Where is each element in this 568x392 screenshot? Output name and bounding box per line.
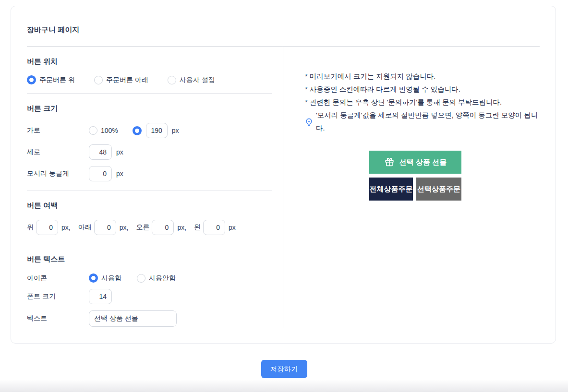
radio-label: 사용함 bbox=[101, 274, 121, 283]
width-label: 가로 bbox=[27, 126, 89, 135]
section-heading-button-size: 버튼 크기 bbox=[27, 104, 283, 113]
content-columns: 버튼 위치 주문버튼 위 주문버튼 아래 사용자 설정 버튼 크기 bbox=[27, 47, 540, 328]
margin-bottom-input[interactable] bbox=[94, 220, 116, 235]
radio-unchecked-icon bbox=[137, 274, 145, 283]
margin-top-input[interactable] bbox=[36, 220, 58, 235]
icon-row: 아이콘 사용함 사용안함 bbox=[27, 273, 283, 283]
font-size-input[interactable] bbox=[89, 289, 112, 304]
margin-left-input[interactable] bbox=[203, 220, 225, 235]
section-heading-button-text: 버튼 텍스트 bbox=[27, 255, 283, 264]
radius-input[interactable] bbox=[89, 166, 112, 181]
lightbulb-icon bbox=[305, 118, 313, 126]
radio-checked-icon bbox=[89, 273, 98, 283]
margin-top-unit: px, bbox=[61, 224, 71, 231]
button-text-label: 텍스트 bbox=[27, 314, 89, 323]
margin-left-unit: px bbox=[229, 224, 236, 231]
height-input[interactable] bbox=[89, 144, 112, 160]
settings-form: 버튼 위치 주문버튼 위 주문버튼 아래 사용자 설정 버튼 크기 bbox=[27, 47, 283, 328]
radius-label: 모서리 둥글게 bbox=[27, 169, 89, 178]
radio-unchecked-icon bbox=[168, 76, 176, 84]
radio-position-custom[interactable]: 사용자 설정 bbox=[168, 76, 215, 84]
radio-icon-use[interactable]: 사용함 bbox=[89, 273, 121, 283]
section-heading-button-position: 버튼 위치 bbox=[27, 57, 283, 66]
preview-note: * 사용중인 스킨에따라 다르게 반영될 수 있습니다. bbox=[305, 83, 540, 96]
radius-row: 모서리 둥글게 px bbox=[27, 166, 283, 181]
preview-panel: * 미리보기에서 크기는 지원되지 않습니다. * 사용중인 스킨에따라 다르게… bbox=[283, 47, 540, 201]
margin-right-label: 오른 bbox=[136, 223, 149, 232]
icon-label: 아이콘 bbox=[27, 274, 89, 283]
margin-left-label: 왼 bbox=[194, 223, 201, 232]
button-preview: 선택 상품 선물 전체상품주문 선택상품주문 bbox=[369, 151, 461, 201]
height-label: 세로 bbox=[27, 148, 89, 156]
section-divider bbox=[27, 190, 272, 190]
radio-width-px[interactable] bbox=[133, 126, 142, 135]
margin-bottom-unit: px, bbox=[120, 224, 129, 231]
radio-label: 주문버튼 위 bbox=[39, 76, 75, 84]
radio-checked-icon bbox=[27, 75, 36, 84]
save-button[interactable]: 저장하기 bbox=[261, 360, 307, 378]
margin-bottom-label: 아래 bbox=[78, 223, 92, 232]
radio-label: 주문버튼 아래 bbox=[106, 76, 148, 84]
radio-position-above[interactable]: 주문버튼 위 bbox=[27, 75, 75, 84]
button-text-row: 텍스트 bbox=[27, 310, 283, 327]
radio-label: 100% bbox=[101, 127, 118, 134]
margin-row: 위 px, 아래 px, 오른 px, 왼 px bbox=[27, 220, 283, 235]
radio-width-100-percent[interactable]: 100% bbox=[89, 126, 118, 135]
radio-label: 사용안함 bbox=[149, 274, 176, 283]
preview-note: * 미리보기에서 크기는 지원되지 않습니다. bbox=[305, 70, 540, 83]
radio-icon-no-use[interactable]: 사용안함 bbox=[137, 274, 176, 283]
margin-top-label: 위 bbox=[27, 223, 34, 232]
font-size-label: 폰트 크기 bbox=[27, 292, 89, 301]
width-unit: px bbox=[172, 127, 179, 134]
radio-position-below[interactable]: 주문버튼 아래 bbox=[94, 76, 148, 84]
preview-tip-row: '모서리 둥글게'값을 세로의 절반만큼 넣으면, 양쪽이 동그란 모양이 됩니… bbox=[305, 109, 540, 135]
bottom-fade bbox=[0, 380, 568, 392]
width-controls: 100% px bbox=[89, 123, 179, 138]
radius-unit: px bbox=[116, 170, 123, 178]
height-unit: px bbox=[116, 148, 123, 156]
radio-label: 사용자 설정 bbox=[180, 76, 215, 84]
settings-card: 장바구니 페이지 버튼 위치 주문버튼 위 주문버튼 아래 사용자 설정 bbox=[11, 6, 556, 344]
gift-icon bbox=[384, 157, 395, 167]
margin-right-input[interactable] bbox=[152, 220, 174, 235]
font-size-row: 폰트 크기 bbox=[27, 289, 283, 304]
section-heading-button-margin: 버튼 여백 bbox=[27, 201, 283, 210]
section-divider bbox=[27, 244, 272, 244]
preview-gift-button: 선택 상품 선물 bbox=[369, 151, 461, 174]
button-position-options: 주문버튼 위 주문버튼 아래 사용자 설정 bbox=[27, 75, 283, 84]
width-row: 가로 100% px bbox=[27, 123, 283, 138]
margin-right-unit: px, bbox=[177, 224, 186, 231]
preview-order-buttons: 전체상품주문 선택상품주문 bbox=[369, 178, 461, 201]
page-title: 장바구니 페이지 bbox=[27, 6, 540, 35]
radio-unchecked-icon bbox=[94, 76, 103, 84]
preview-order-all-button: 전체상품주문 bbox=[369, 178, 413, 201]
width-input[interactable] bbox=[146, 123, 168, 138]
height-row: 세로 px bbox=[27, 144, 283, 160]
button-text-input[interactable] bbox=[89, 310, 177, 327]
radio-unchecked-icon bbox=[89, 126, 97, 135]
preview-gift-button-label: 선택 상품 선물 bbox=[399, 158, 447, 167]
preview-note: * 관련한 문의는 우측 상단 '문의하기'를 통해 문의 부탁드립니다. bbox=[305, 96, 540, 109]
section-divider bbox=[27, 93, 272, 94]
preview-order-selected-button: 선택상품주문 bbox=[416, 178, 461, 201]
preview-tip-text: '모서리 둥글게'값을 세로의 절반만큼 넣으면, 양쪽이 동그란 모양이 됩니… bbox=[316, 109, 540, 135]
